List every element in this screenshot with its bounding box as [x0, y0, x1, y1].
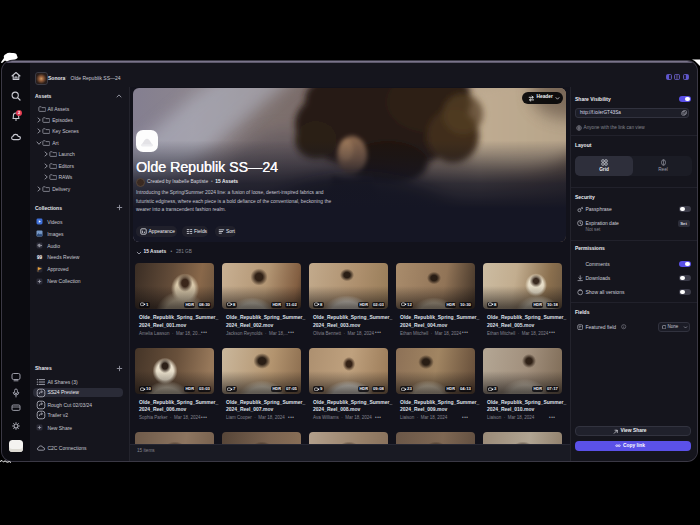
svg-text:99: 99 — [37, 255, 43, 260]
